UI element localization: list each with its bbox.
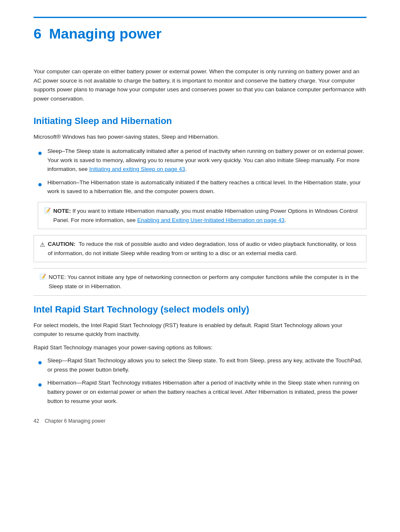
- rst-bullet-2: Hibernation—Rapid Start Technology initi…: [47, 378, 366, 405]
- bullet-icon: ●: [38, 147, 42, 159]
- bullet-icon: ●: [38, 379, 42, 391]
- bullet-text-2: Hibernation–The Hibernation state is aut…: [47, 178, 366, 196]
- section2-title: Intel Rapid Start Technology (select mod…: [34, 304, 366, 315]
- page: 6Managing power Your computer can operat…: [0, 0, 400, 436]
- caution-icon: ⚠: [40, 240, 45, 249]
- chapter-title: 6Managing power: [34, 26, 366, 42]
- section1-intro: Microsoft® Windows has two power-saving …: [34, 132, 366, 142]
- section2-bullet-list: ● Sleep—Rapid Start Technology allows yo…: [34, 356, 366, 405]
- note-box-2: 📝 NOTE: You cannot initiate any type of …: [34, 268, 366, 295]
- note-box-1: 📝 NOTE: If you want to initiate Hibernat…: [38, 202, 366, 229]
- section2: Intel Rapid Start Technology (select mod…: [34, 304, 366, 406]
- top-border: [34, 17, 366, 18]
- note-text-1: NOTE: If you want to initiate Hibernatio…: [53, 207, 360, 225]
- section1-title: Initiating Sleep and Hibernation: [34, 116, 366, 127]
- chapter-title-text: Managing power: [49, 26, 161, 41]
- bullet-icon: ●: [38, 178, 42, 191]
- list-item: ● Sleep–The Sleep state is automatically…: [38, 147, 366, 174]
- hibernation-link[interactable]: Enabling and Exiting User-Initiated Hibe…: [137, 217, 284, 223]
- chapter-number: 6: [34, 26, 42, 41]
- list-item: ● Sleep—Rapid Start Technology allows yo…: [38, 356, 366, 374]
- bullet-text-1: Sleep–The Sleep state is automatically i…: [47, 147, 366, 174]
- note-label-1: NOTE:: [53, 208, 71, 214]
- note-text-2: NOTE: You cannot initiate any type of ne…: [49, 273, 361, 291]
- note2-content: 📝 NOTE: You cannot initiate any type of …: [39, 273, 361, 291]
- page-footer: 42 Chapter 6 Managing power: [34, 418, 105, 424]
- bullet-icon: ●: [38, 356, 42, 369]
- footer-page-number: 42: [34, 418, 39, 424]
- intro-paragraph: Your computer can operate on either batt…: [34, 67, 366, 103]
- sleep-link[interactable]: Initiating and exiting Sleep on page 43: [89, 166, 185, 172]
- section1-bullet-list: ● Sleep–The Sleep state is automatically…: [34, 147, 366, 196]
- rst-bullet-1: Sleep—Rapid Start Technology allows you …: [47, 356, 366, 374]
- list-item: ● Hibernation–The Hibernation state is a…: [38, 178, 366, 196]
- caution-text: CAUTION: To reduce the risk of possible …: [48, 240, 360, 258]
- note-label-2: NOTE:: [49, 274, 66, 280]
- note-icon-1: 📝: [44, 207, 51, 215]
- caution-label: CAUTION:: [48, 241, 75, 247]
- note-icon-2: 📝: [39, 273, 46, 281]
- list-item: ● Hibernation—Rapid Start Technology ini…: [38, 378, 366, 405]
- rst-intro-2: Rapid Start Technology manages your powe…: [34, 343, 366, 352]
- rst-intro-1: For select models, the Intel Rapid Start…: [34, 321, 366, 339]
- caution-box: ⚠ CAUTION: To reduce the risk of possibl…: [34, 235, 366, 262]
- note-content: 📝 NOTE: If you want to initiate Hibernat…: [44, 207, 360, 225]
- footer-chapter-ref: Chapter 6 Managing power: [45, 418, 106, 424]
